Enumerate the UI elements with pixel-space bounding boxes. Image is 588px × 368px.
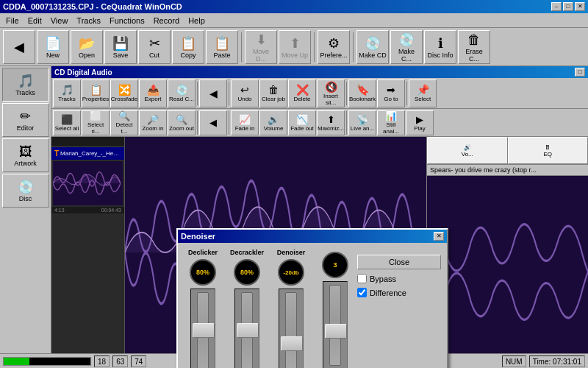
time-display: Time: 07:31:01 (529, 355, 585, 367)
clear-job-button[interactable]: 🗑 Clear job (259, 79, 287, 107)
make-cd-icon: 💿 (365, 35, 381, 52)
copy-icon: 📋 (180, 35, 196, 52)
eq-icon: 🎚 (545, 144, 551, 151)
menu-tracks[interactable]: Tracks (72, 15, 105, 26)
maximize-button2[interactable]: ⬆ Maximiz... (317, 110, 345, 135)
bypass-checkbox[interactable] (357, 274, 367, 283)
cut-button[interactable]: ✂ Cut (138, 30, 171, 64)
make-cd2-button[interactable]: 💿 Make C... (390, 30, 423, 64)
denoiser-threshold-thumb[interactable] (281, 336, 303, 351)
insert-silence-button[interactable]: 🔇 Insert sil... (317, 79, 345, 107)
erase-button[interactable]: 🗑 Erase C... (458, 30, 490, 64)
make-cd-button[interactable]: 💿 Make CD (356, 30, 389, 64)
zoom-out-button[interactable]: 🔍 Zoom out (168, 110, 196, 135)
select-all-button[interactable]: ⬛ Select all (53, 110, 81, 135)
cut-icon: ✂ (149, 35, 160, 52)
denoiser-threshold-slider[interactable] (279, 289, 304, 368)
inner-close-button[interactable]: □ (575, 68, 585, 77)
fade-out-button[interactable]: 📉 Fade out (288, 110, 316, 135)
tb3-separator3 (346, 111, 347, 135)
denoiser-intensity-thumb[interactable] (325, 324, 347, 339)
read-cd-button[interactable]: 💿 Read C... (168, 79, 196, 107)
move-up-icon: ⬆ (290, 35, 301, 52)
properties-button[interactable]: 📋 Properties (82, 79, 110, 107)
bypass-row: Bypass (357, 274, 441, 283)
track-list: T Mariah_Carey_-_Heartb 4:13 (51, 137, 125, 368)
toolbar-back-button[interactable]: ◀ (3, 30, 35, 64)
preferences-button[interactable]: ⚙ Prefere... (318, 30, 350, 64)
detect-button[interactable]: 🔍 Detect t... (110, 110, 138, 135)
new-button[interactable]: 📄 New (37, 30, 69, 64)
disc-info-button[interactable]: ℹ Disc Info (424, 30, 456, 64)
nav-back2-button[interactable]: ◀ (199, 110, 227, 135)
track-type-icon: T (54, 149, 59, 158)
title-bar: CDDA_0007131235.CPJ - CeQuadrat WinOnCD … (0, 0, 588, 13)
denoiser-close-btn[interactable]: Close (357, 255, 441, 269)
track-number: 18 (94, 355, 110, 367)
still-analyze-button[interactable]: 📊 Still anal... (377, 110, 405, 135)
tb2-separator2 (229, 82, 229, 105)
nav-back-button[interactable]: ◀ (199, 79, 227, 107)
right-track-label: Spears- you drive me crazy (stop r... (427, 165, 588, 176)
move-down-button[interactable]: ⬇ Move D... (245, 30, 277, 64)
select-button[interactable]: 📌 Select (409, 79, 437, 107)
maximize2-icon: ⬆ (327, 114, 335, 125)
volume-panel-button[interactable]: 🔊 Vo... (427, 137, 508, 164)
select-all-icon: ⬛ (61, 114, 73, 125)
select-right-button[interactable]: ⬜ Select ri... (82, 110, 110, 135)
maximize-button[interactable]: □ (563, 2, 573, 11)
undo-button[interactable]: ↩ Undo (231, 79, 259, 107)
bookmark-icon: 🔖 (356, 84, 369, 96)
back-icon: ◀ (14, 39, 24, 55)
crossfade-button[interactable]: 🔀 Crossfade (110, 79, 138, 107)
volume-button[interactable]: 🔊 Volume (259, 110, 287, 135)
eq-button[interactable]: 🎚 EQ (508, 137, 589, 164)
window-title: CDDA_0007131235.CPJ - CeQuadrat WinOnCD (3, 2, 182, 11)
decrackler-thumb[interactable] (237, 323, 259, 338)
menu-file[interactable]: File (1, 15, 24, 26)
track-item[interactable]: T Mariah_Carey_-_Heartb (51, 147, 124, 160)
close-button[interactable]: ✕ (575, 2, 585, 11)
save-button[interactable]: 💾 Save (104, 30, 137, 64)
bookmark-button[interactable]: 🔖 Bookmark (348, 79, 376, 107)
menu-functions[interactable]: Functions (105, 15, 149, 26)
menu-record[interactable]: Record (149, 15, 184, 26)
decrackler-track (241, 292, 253, 368)
declicker-track (197, 292, 209, 368)
menu-view[interactable]: View (46, 15, 73, 26)
menu-edit[interactable]: Edit (24, 15, 46, 26)
export-button[interactable]: 📤 Export (139, 79, 167, 107)
live-analyze-button[interactable]: 📡 Live an... (348, 110, 376, 135)
decrackler-slider[interactable] (234, 289, 259, 368)
tb2-separator3 (346, 82, 347, 105)
right-waveform-svg (427, 176, 588, 368)
denoiser-dialog: Denoiser ✕ Declicker 80% Inte (176, 228, 448, 368)
delete-button[interactable]: ❌ Delete (288, 79, 316, 107)
sidebar-disc-button[interactable]: 💿 Disc (2, 174, 49, 208)
sidebar-editor-button[interactable]: ✏ Editor (2, 103, 49, 137)
denoiser-title-bar: Denoiser ✕ (178, 230, 447, 243)
sidebar-tracks-button[interactable]: 🎵 Tracks (2, 68, 49, 102)
open-button[interactable]: 📂 Open (71, 30, 103, 64)
difference-row: Difference (357, 288, 441, 297)
tb2-separator (197, 82, 198, 105)
play-button[interactable]: ▶ Play (406, 110, 434, 135)
live-analyze-icon: 📡 (356, 114, 368, 125)
fade-in-button[interactable]: 📈 Fade in (231, 110, 259, 135)
goto-button[interactable]: ➡ Go to (377, 79, 405, 107)
declicker-thumb[interactable] (193, 323, 215, 338)
zoom-in-button[interactable]: 🔎 Zoom in (139, 110, 167, 135)
move-up-button[interactable]: ⬆ Move Up (279, 30, 311, 64)
minimize-button[interactable]: – (551, 2, 562, 11)
denoiser-close-button[interactable]: ✕ (434, 232, 444, 241)
paste-button[interactable]: 📋 Paste (206, 30, 238, 64)
declicker-slider[interactable] (190, 289, 215, 368)
difference-checkbox[interactable] (357, 288, 367, 297)
right-waveform[interactable]: 6:43 00:07:13 (427, 176, 588, 368)
denoiser-intensity-group: 3 Intensity (316, 249, 354, 368)
tracks-tb-button[interactable]: 🎵 Tracks (53, 79, 81, 107)
sidebar-artwork-button[interactable]: 🖼 Artwork (2, 138, 49, 172)
menu-help[interactable]: Help (184, 15, 209, 26)
denoiser-intensity-slider[interactable] (323, 281, 348, 368)
copy-button[interactable]: 📋 Copy (172, 30, 204, 64)
